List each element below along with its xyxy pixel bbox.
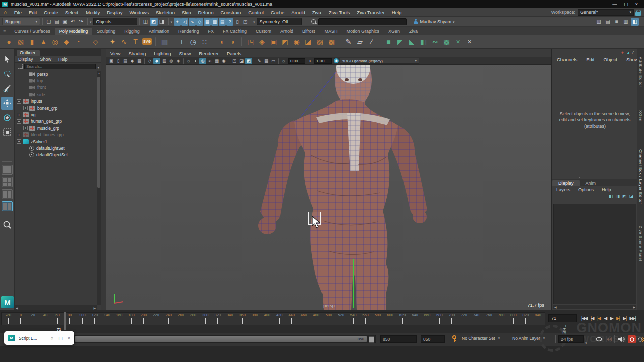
- outliner-item[interactable]: defaultObjectSet: [15, 152, 97, 158]
- home-icon[interactable]: ⌂: [0, 9, 11, 15]
- all-lights-icon[interactable]: ☼: [185, 58, 192, 64]
- viewport-menu-item[interactable]: Panels: [223, 51, 246, 56]
- outliner-item[interactable]: + zSolver1: [15, 138, 97, 145]
- manip-icon[interactable]: ◕: [627, 51, 629, 55]
- chevron-down-icon[interactable]: [171, 19, 173, 24]
- user-account-menu[interactable]: Madhav Shyam: [411, 19, 457, 24]
- sidebar-vertical-tab[interactable]: XGen: [638, 110, 643, 121]
- timeline-tick[interactable]: 640: [411, 313, 419, 325]
- lock-camera-icon[interactable]: ▯: [115, 58, 122, 64]
- graph-icon[interactable]: ∕: [632, 51, 633, 55]
- expand-toggle[interactable]: +: [17, 113, 21, 117]
- outliner-menu-item[interactable]: Show: [37, 57, 55, 62]
- set-key-icon[interactable]: [452, 335, 458, 343]
- menu-item[interactable]: Ziva Transfer: [353, 10, 388, 15]
- timeline-tick[interactable]: 40: [41, 313, 49, 325]
- poly-cone-icon[interactable]: ▲: [38, 36, 49, 48]
- menu-item[interactable]: Cache: [267, 10, 288, 15]
- expand-toggle[interactable]: +: [17, 139, 21, 144]
- bridge-icon[interactable]: ▣: [268, 36, 279, 48]
- new-scene-icon[interactable]: ▢: [45, 18, 53, 26]
- crease-tool-icon[interactable]: ✎: [343, 36, 354, 48]
- timeline-tick[interactable]: 820: [522, 313, 529, 325]
- shelf-tab[interactable]: Motion Graphics: [342, 28, 384, 35]
- film-gate-icon[interactable]: ▭: [270, 58, 277, 64]
- scroll-right-icon[interactable]: ▶: [92, 306, 97, 310]
- viewport-menu-item[interactable]: Lighting: [150, 51, 175, 56]
- expand-toggle[interactable]: +: [23, 126, 28, 130]
- step-forward-frame-button[interactable]: ▶|: [621, 314, 627, 323]
- poly-cube-icon[interactable]: ▧: [15, 36, 26, 48]
- knife-tool-icon[interactable]: ∕: [366, 36, 377, 48]
- character-set-dropdown[interactable]: No Character Set: [462, 336, 500, 341]
- timeline-tick[interactable]: 380: [251, 313, 259, 325]
- smooth-icon[interactable]: ▩: [326, 36, 337, 48]
- image-plane-icon[interactable]: ▦: [136, 58, 143, 64]
- menu-item[interactable]: Deform: [194, 10, 217, 15]
- menu-item[interactable]: Skin: [178, 10, 194, 15]
- range-handle[interactable]: [369, 336, 374, 343]
- open-scene-icon[interactable]: ▤: [53, 18, 61, 26]
- outliner-hscrollbar[interactable]: ◀ ▶: [15, 305, 97, 310]
- popup-restore-icon[interactable]: ○: [51, 336, 53, 341]
- chevron-down-icon[interactable]: [97, 62, 99, 71]
- step-back-key-button[interactable]: |◀: [596, 314, 602, 323]
- layer-new-selected-icon[interactable]: ◨: [615, 194, 620, 199]
- timeline-tick[interactable]: 440: [288, 313, 295, 325]
- play-forwards-button[interactable]: ▶: [609, 314, 614, 323]
- play-backwards-button[interactable]: ◀: [602, 314, 608, 323]
- move-tool-icon[interactable]: [1, 97, 13, 110]
- chevron-down-icon[interactable]: [585, 337, 587, 346]
- select-camera-icon[interactable]: ▣: [108, 58, 115, 64]
- history-icon[interactable]: ▤: [219, 18, 226, 26]
- cluster-icon[interactable]: ◗: [227, 36, 239, 48]
- timeline-tick[interactable]: 60: [54, 313, 61, 325]
- multisample-icon[interactable]: ▩: [213, 58, 220, 64]
- save-scene-icon[interactable]: ▣: [61, 18, 69, 26]
- animation-preferences-icon[interactable]: [637, 335, 644, 343]
- playback-loop-icon[interactable]: [595, 335, 603, 343]
- isolate-select-icon[interactable]: ◰: [231, 58, 238, 64]
- target-weld-icon[interactable]: ◉: [291, 36, 302, 48]
- animation-end-field[interactable]: 850: [421, 335, 445, 343]
- timeline-tick[interactable]: 280: [189, 313, 197, 325]
- depth-of-field-icon[interactable]: ◉: [220, 58, 227, 64]
- axis-icon[interactable]: +: [621, 51, 624, 55]
- outliner-search-input[interactable]: [24, 64, 96, 69]
- highlight-selection-icon[interactable]: ◰: [242, 18, 249, 26]
- attribute-editor-icon[interactable]: ▥: [622, 18, 630, 26]
- outliner-item[interactable]: defaultLightSet: [15, 145, 97, 151]
- timeline-tick[interactable]: 720: [460, 313, 468, 325]
- snap-point-icon[interactable]: ◇: [196, 18, 203, 26]
- timeline-tick[interactable]: 220: [152, 313, 160, 325]
- menu-item[interactable]: File: [11, 10, 25, 15]
- outliner-tab[interactable]: Outliner: [17, 50, 40, 56]
- curve-warp-icon[interactable]: ∿: [118, 36, 130, 48]
- script-editor-taskbar-popup[interactable]: M Script E... ○▢×: [4, 331, 74, 345]
- layer-editor-menu-item[interactable]: Help: [598, 187, 615, 192]
- playback-end-field[interactable]: 850: [380, 335, 417, 343]
- menu-item[interactable]: Select: [62, 10, 82, 15]
- shelf-tab[interactable]: MASH: [320, 28, 342, 35]
- timeline-tick[interactable]: 80: [66, 313, 73, 325]
- undo-icon[interactable]: ↶: [69, 18, 77, 26]
- character-controls-icon[interactable]: ▤: [604, 18, 612, 26]
- shelf-tab[interactable]: Bifrost: [298, 28, 320, 35]
- close-button[interactable]: ×: [635, 0, 638, 8]
- menu-item[interactable]: Skeleton: [152, 10, 178, 15]
- timeline-tick[interactable]: 620: [399, 313, 407, 325]
- shelf-tab[interactable]: XGen: [384, 28, 405, 35]
- timeline-tick[interactable]: 0: [17, 313, 24, 325]
- layer-editor-tab[interactable]: Anim: [580, 180, 602, 186]
- single-pane-layout-button[interactable]: [2, 165, 13, 175]
- menu-item[interactable]: Constrain: [217, 10, 245, 15]
- snap-view-plane-icon[interactable]: ▦: [204, 18, 211, 26]
- layer-move-down-icon[interactable]: ◪: [629, 194, 633, 199]
- timeline-tick[interactable]: 320: [214, 313, 221, 325]
- fps-dropdown[interactable]: 24 fps: [558, 335, 584, 343]
- expand-toggle[interactable]: +: [17, 133, 21, 137]
- layer-editor-menu-item[interactable]: Options: [574, 187, 598, 192]
- viewport-menu-item[interactable]: View: [106, 51, 124, 56]
- menu-item[interactable]: Modify: [82, 10, 103, 15]
- shelf-tab[interactable]: Arnold: [276, 28, 298, 35]
